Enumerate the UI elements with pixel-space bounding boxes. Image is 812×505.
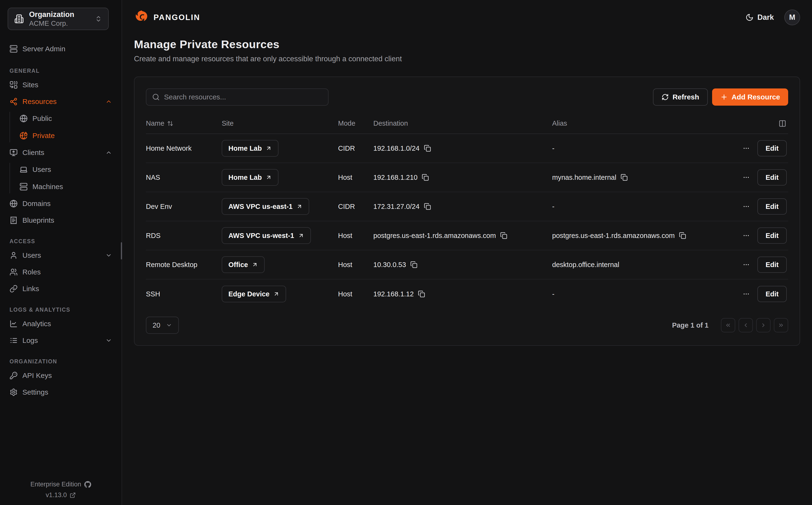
sidebar-item-analytics[interactable]: Analytics bbox=[0, 315, 122, 332]
column-header-name[interactable]: Name bbox=[146, 120, 222, 127]
row-menu-button[interactable] bbox=[743, 203, 750, 210]
copy-alias-button[interactable] bbox=[621, 174, 628, 181]
site-link-button[interactable]: Home Lab bbox=[222, 169, 278, 186]
add-resource-button[interactable]: Add Resource bbox=[712, 89, 788, 106]
site-link-button[interactable]: Home Lab bbox=[222, 140, 278, 157]
sidebar-item-sites[interactable]: Sites bbox=[0, 76, 122, 93]
server-icon bbox=[10, 45, 18, 53]
edit-button[interactable]: Edit bbox=[757, 257, 787, 273]
row-menu-button[interactable] bbox=[743, 232, 750, 239]
main-area: PANGOLIN Dark M Manage Private Resources… bbox=[122, 0, 812, 505]
copy-destination-button[interactable] bbox=[424, 203, 431, 210]
sidebar-item-links[interactable]: Links bbox=[0, 281, 122, 297]
sidebar-item-label: Links bbox=[22, 285, 39, 293]
refresh-button[interactable]: Refresh bbox=[653, 89, 708, 106]
row-menu-button[interactable] bbox=[743, 174, 750, 181]
avatar[interactable]: M bbox=[784, 10, 800, 25]
last-page-button[interactable] bbox=[774, 318, 788, 332]
column-visibility-button[interactable] bbox=[779, 120, 786, 127]
site-link-button[interactable]: Edge Device bbox=[222, 286, 286, 302]
site-link-button[interactable]: AWS VPC us-east-1 bbox=[222, 198, 309, 215]
external-link-icon bbox=[69, 492, 76, 498]
sidebar-item-clients[interactable]: Clients bbox=[0, 144, 122, 161]
sidebar-item-label: Blueprints bbox=[22, 216, 54, 224]
table-row: NAS Home Lab Host 192.168.1.210 mynas.ho… bbox=[146, 163, 788, 192]
first-page-button[interactable] bbox=[721, 318, 735, 332]
next-page-button[interactable] bbox=[756, 318, 771, 332]
chevron-up-icon bbox=[106, 98, 112, 105]
row-menu-button[interactable] bbox=[743, 145, 750, 152]
edit-button[interactable]: Edit bbox=[757, 198, 787, 214]
sidebar-item-client-users[interactable]: Users bbox=[10, 161, 122, 178]
sidebar-item-domains[interactable]: Domains bbox=[0, 195, 122, 212]
sidebar-item-label: API Keys bbox=[22, 371, 52, 379]
sidebar-item-users[interactable]: Users bbox=[0, 247, 122, 264]
alias-value: - bbox=[552, 145, 555, 152]
sidebar-item-label: Sites bbox=[22, 81, 38, 89]
app-root: Organization ACME Corp. Server Admin GEN… bbox=[0, 0, 812, 505]
sidebar-item-roles[interactable]: Roles bbox=[0, 264, 122, 281]
edit-button[interactable]: Edit bbox=[757, 227, 787, 244]
previous-page-button[interactable] bbox=[739, 318, 753, 332]
edit-button[interactable]: Edit bbox=[757, 140, 787, 156]
sidebar-item-private[interactable]: Private bbox=[10, 127, 122, 144]
arrow-up-right-icon bbox=[265, 174, 272, 180]
topbar: PANGOLIN Dark M bbox=[134, 10, 800, 25]
copy-destination-button[interactable] bbox=[422, 174, 429, 181]
sidebar-item-blueprints[interactable]: Blueprints bbox=[0, 212, 122, 229]
theme-label: Dark bbox=[757, 13, 774, 22]
globe-icon bbox=[20, 115, 28, 123]
sidebar-item-label: Users bbox=[22, 251, 41, 260]
copy-alias-button[interactable] bbox=[679, 232, 686, 239]
sidebar-item-public[interactable]: Public bbox=[10, 110, 122, 127]
page-size-value: 20 bbox=[153, 321, 160, 329]
page-size-select[interactable]: 20 bbox=[146, 317, 179, 334]
brand: PANGOLIN bbox=[134, 10, 200, 25]
edition-label: Enterprise Edition bbox=[30, 481, 81, 488]
section-label-logs-analytics: LOGS & ANALYTICS bbox=[10, 307, 122, 313]
site-link-button[interactable]: Office bbox=[222, 256, 265, 273]
edition-link[interactable]: Enterprise Edition bbox=[0, 481, 122, 488]
copy-destination-button[interactable] bbox=[424, 145, 431, 152]
org-switcher[interactable]: Organization ACME Corp. bbox=[8, 8, 109, 30]
search-input[interactable] bbox=[164, 93, 322, 101]
sidebar-item-api-keys[interactable]: API Keys bbox=[0, 367, 122, 384]
edit-button[interactable]: Edit bbox=[757, 286, 787, 302]
theme-toggle[interactable]: Dark bbox=[746, 13, 774, 22]
copy-destination-button[interactable] bbox=[418, 291, 425, 298]
logs-icon bbox=[10, 336, 18, 345]
github-icon bbox=[84, 481, 91, 488]
sidebar-scrollbar[interactable] bbox=[121, 242, 122, 260]
destination-value: 192.168.1.0/24 bbox=[373, 145, 420, 152]
plus-icon bbox=[720, 93, 728, 101]
table-row: Dev Env AWS VPC us-east-1 CIDR 172.31.27… bbox=[146, 192, 788, 221]
alias-value: desktop.office.internal bbox=[552, 261, 619, 269]
site-name: Office bbox=[228, 261, 248, 269]
row-menu-button[interactable] bbox=[743, 261, 750, 268]
chevron-down-icon bbox=[106, 337, 112, 344]
arrow-up-right-icon bbox=[265, 145, 272, 151]
chevron-down-icon bbox=[166, 322, 172, 328]
site-link-button[interactable]: AWS VPC us-west-1 bbox=[222, 227, 311, 244]
resource-name: Home Network bbox=[146, 145, 222, 152]
table-row: SSH Edge Device Host 192.168.1.12 - Edit bbox=[146, 280, 788, 309]
row-menu-button[interactable] bbox=[743, 291, 750, 298]
sort-icon bbox=[167, 121, 173, 127]
refresh-label: Refresh bbox=[672, 93, 699, 101]
sidebar-item-logs[interactable]: Logs bbox=[0, 332, 122, 349]
resource-name: NAS bbox=[146, 174, 222, 181]
sidebar-item-resources[interactable]: Resources bbox=[0, 93, 122, 110]
sidebar: Organization ACME Corp. Server Admin GEN… bbox=[0, 0, 122, 505]
alias-value: - bbox=[552, 203, 555, 210]
column-header-mode: Mode bbox=[338, 120, 373, 127]
edit-button[interactable]: Edit bbox=[757, 169, 787, 185]
sidebar-item-label: Logs bbox=[22, 336, 38, 345]
sidebar-item-settings[interactable]: Settings bbox=[0, 384, 122, 400]
arrow-up-right-icon bbox=[298, 232, 304, 239]
copy-destination-button[interactable] bbox=[500, 232, 507, 239]
chevron-up-icon bbox=[106, 149, 112, 156]
sidebar-item-machines[interactable]: Machines bbox=[10, 178, 122, 195]
version-link[interactable]: v1.13.0 bbox=[0, 491, 122, 499]
copy-destination-button[interactable] bbox=[410, 261, 417, 268]
sidebar-item-server-admin[interactable]: Server Admin bbox=[0, 40, 122, 57]
